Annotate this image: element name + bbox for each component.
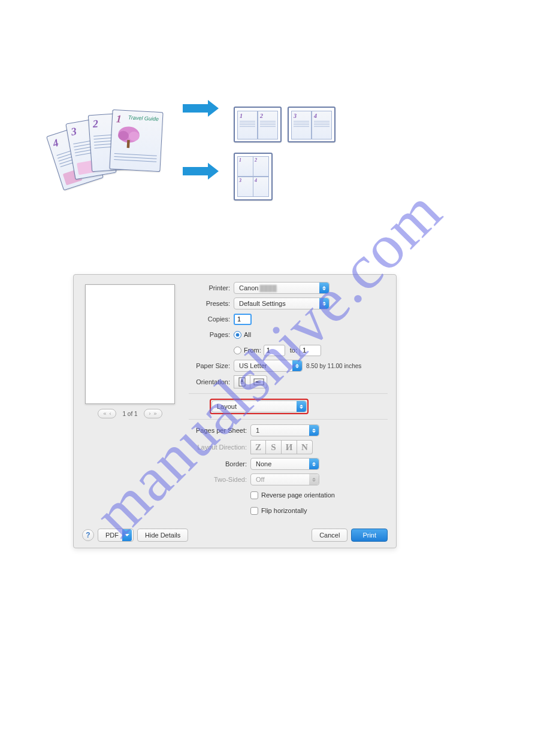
section-select[interactable]: Layout	[211, 400, 307, 412]
printer-label: Printer:	[189, 284, 234, 292]
copies-input[interactable]	[234, 314, 252, 325]
two-sided-select: Off	[250, 473, 319, 485]
papersize-select[interactable]: US Letter	[234, 360, 303, 372]
two-up-sheet-1: 1 2	[234, 107, 282, 142]
page-num-2: 2	[92, 117, 98, 130]
border-select[interactable]: None	[250, 458, 319, 470]
portrait-icon	[238, 377, 246, 387]
printer-select[interactable]: Canon████	[234, 282, 330, 294]
pages-from-radio[interactable]	[234, 347, 241, 354]
source-pages-stack: 4 3 2 1Travel Guide	[57, 108, 177, 198]
pages-to-label: to:	[290, 347, 297, 354]
layout-dir-2-button[interactable]: S	[266, 440, 282, 454]
page-num-3: 3	[70, 125, 78, 138]
layout-dir-4-button[interactable]: N	[297, 440, 313, 454]
copies-label: Copies:	[189, 315, 234, 323]
orientation-portrait-button[interactable]	[234, 375, 250, 388]
svg-rect-3	[127, 140, 130, 148]
layout-dir-3-button[interactable]: И	[282, 440, 297, 454]
svg-rect-6	[254, 379, 264, 385]
hide-details-button[interactable]: Hide Details	[137, 529, 188, 542]
section-popup-highlight: Layout	[210, 399, 309, 414]
link-underline	[269, 254, 347, 262]
preview-next-last-button[interactable]: › »	[144, 409, 162, 418]
flip-horizontally-label: Flip horizontally	[261, 507, 307, 514]
pages-to-input[interactable]	[300, 345, 321, 356]
orientation-label: Orientation:	[189, 378, 234, 385]
pages-per-sheet-select[interactable]: 1	[250, 424, 319, 436]
two-up-sheet-2: 3 4	[288, 107, 335, 142]
reverse-orientation-label: Reverse page orientation	[261, 491, 335, 499]
page1-title: Travel Guide	[128, 114, 159, 122]
landscape-icon	[253, 378, 264, 386]
pages-from-input[interactable]	[264, 345, 285, 356]
print-button[interactable]: Print	[351, 529, 388, 542]
tree-icon	[114, 125, 143, 150]
papersize-dimensions: 8.50 by 11.00 inches	[306, 363, 361, 369]
pages-from-label: From:	[244, 347, 261, 354]
pages-per-sheet-label: Pages per Sheet:	[189, 427, 250, 434]
presets-select[interactable]: Default Settings	[234, 297, 330, 309]
print-dialog: « ‹ 1 of 1 › » Printer: Canon████ Preset…	[73, 274, 397, 548]
pages-all-radio[interactable]	[234, 331, 241, 339]
pages-label: Pages:	[189, 331, 234, 338]
preview-page-indicator: 1 of 1	[119, 411, 141, 417]
preview-first-prev-button[interactable]: « ‹	[98, 409, 116, 418]
four-up-sheet: 1 2 3 4	[234, 153, 273, 201]
arrow-icon	[183, 102, 222, 115]
layout-dir-1-button[interactable]: Z	[250, 440, 266, 454]
layout-direction-label: Layout Direction:	[189, 444, 250, 451]
arrow-icon	[183, 165, 222, 178]
reverse-orientation-checkbox[interactable]	[250, 491, 258, 499]
orientation-landscape-button[interactable]	[250, 375, 267, 388]
flip-horizontally-checkbox[interactable]	[250, 507, 258, 515]
page-num-1: 1	[116, 113, 122, 125]
help-button[interactable]: ?	[82, 529, 94, 541]
print-preview	[85, 284, 175, 404]
page-num-4: 4	[51, 136, 60, 150]
border-label: Border:	[189, 460, 250, 467]
pdf-menu-button[interactable]: PDF	[98, 529, 134, 542]
cancel-button[interactable]: Cancel	[312, 529, 347, 542]
two-sided-label: Two-Sided:	[189, 476, 250, 483]
papersize-label: Paper Size:	[189, 362, 234, 369]
pages-all-label: All	[244, 331, 251, 338]
layout-illustration: 4 3 2 1Travel Guide 1 2 3 4 1 2 3 4	[57, 96, 356, 215]
presets-label: Presets:	[189, 300, 234, 307]
